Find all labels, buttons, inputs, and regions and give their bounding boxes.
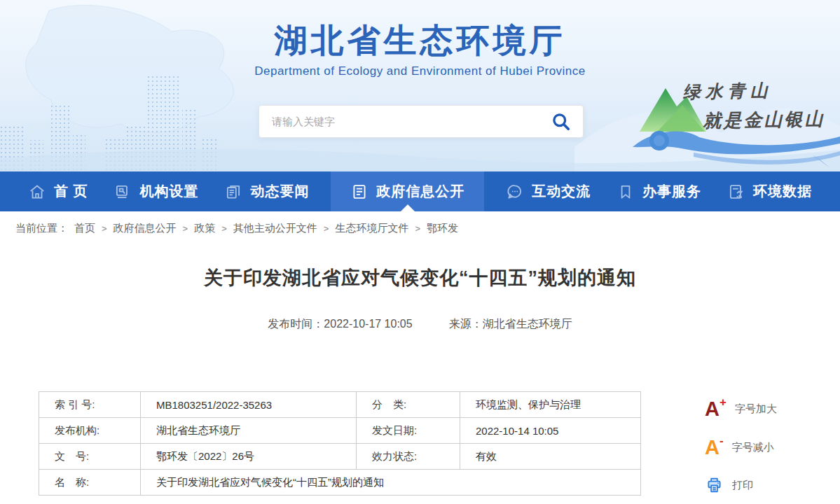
nav-label: 办事服务 bbox=[642, 182, 701, 201]
city-skyline bbox=[0, 76, 219, 172]
breadcrumb-item-government-info[interactable]: 政府信息公开 bbox=[113, 222, 177, 235]
tools-sidebar: A+ 字号加大 A- 字号减小 打印 bbox=[705, 399, 824, 504]
font-decrease-label: 字号减小 bbox=[732, 441, 774, 454]
slogan-line2: 就是金山银山 bbox=[703, 106, 840, 133]
breadcrumb-item-ehuanfa[interactable]: 鄂环发 bbox=[427, 222, 458, 235]
breadcrumb-separator: > bbox=[324, 223, 329, 234]
title-label: 名 称: bbox=[39, 470, 141, 496]
nav-label: 首 页 bbox=[54, 182, 88, 201]
publish-time-value: 2022-10-17 10:05 bbox=[324, 318, 412, 330]
font-increase-label: 字号加大 bbox=[735, 402, 777, 416]
table-row: 名 称: 关于印发湖北省应对气候变化“十四五”规划的通知 bbox=[39, 470, 641, 496]
validity-label: 效力状态: bbox=[357, 444, 460, 470]
site-title: 湖北省生态环境厅 bbox=[0, 23, 840, 59]
nav-label: 政府信息公开 bbox=[376, 182, 464, 201]
bookmark-icon bbox=[617, 183, 635, 201]
document-number-label: 文 号: bbox=[39, 444, 141, 470]
main-nav: 首 页 机构设置 动态要闻 政府信息公开 bbox=[0, 172, 840, 211]
nav-item-organization[interactable]: 机构设置 bbox=[109, 172, 202, 211]
font-increase-icon: A+ bbox=[705, 399, 727, 419]
font-decrease-button[interactable]: A- 字号减小 bbox=[705, 438, 824, 458]
nav-item-government-info[interactable]: 政府信息公开 bbox=[331, 172, 484, 211]
breadcrumb-prefix: 当前位置： bbox=[15, 222, 68, 235]
search-button[interactable] bbox=[549, 110, 573, 134]
slogan-line1: 绿水青山 bbox=[682, 78, 840, 104]
info-document-icon bbox=[350, 183, 369, 201]
table-row: 索 引 号: MB1803251/2022-35263 分 类: 环境监测、保护… bbox=[39, 392, 641, 418]
font-increase-button[interactable]: A+ 字号加大 bbox=[705, 399, 824, 419]
table-row: 文 号: 鄂环发〔2022〕26号 效力状态: 有效 bbox=[39, 444, 641, 470]
home-icon bbox=[28, 183, 46, 201]
breadcrumb-item-home[interactable]: 首页 bbox=[74, 222, 95, 235]
title-value: 关于印发湖北省应对气候变化“十四五”规划的通知 bbox=[141, 470, 641, 496]
index-number-value: MB1803251/2022-35263 bbox=[141, 392, 357, 418]
active-tab-arrow bbox=[401, 204, 415, 211]
category-value: 环境监测、保护与治理 bbox=[460, 392, 641, 418]
print-button[interactable]: 打印 bbox=[705, 476, 824, 494]
breadcrumb-separator: > bbox=[102, 223, 107, 234]
nav-item-news[interactable]: 动态要闻 bbox=[220, 172, 313, 211]
breadcrumb: 当前位置： 首页 > 政府信息公开 > 政策 > 其他主动公开文件 > 生态环境… bbox=[0, 211, 840, 242]
breadcrumb-item-policy[interactable]: 政策 bbox=[194, 222, 215, 235]
article-meta: 发布时间：2022-10-17 10:05来源：湖北省生态环境厅 bbox=[0, 317, 840, 332]
breadcrumb-separator: > bbox=[183, 223, 188, 234]
printer-icon bbox=[705, 476, 724, 494]
validity-value: 有效 bbox=[460, 444, 641, 470]
article-title: 关于印发湖北省应对气候变化“十四五”规划的通知 bbox=[0, 265, 840, 290]
search-icon bbox=[551, 111, 572, 132]
nav-label: 机构设置 bbox=[139, 182, 198, 201]
breadcrumb-separator: > bbox=[415, 223, 420, 234]
nav-label: 互动交流 bbox=[532, 182, 591, 201]
brand-block: 湖北省生态环境厅 Department of Ecology and Envir… bbox=[0, 23, 840, 78]
issuing-agency-label: 发布机构: bbox=[39, 418, 141, 444]
font-decrease-icon: A- bbox=[705, 438, 724, 458]
chat-bubble-icon bbox=[506, 183, 524, 201]
search-input[interactable] bbox=[272, 115, 549, 127]
category-label: 分 类: bbox=[357, 392, 460, 418]
table-row: 发布机构: 湖北省生态环境厅 发文日期: 2022-10-14 10:05 bbox=[39, 418, 641, 444]
source-label: 来源： bbox=[449, 317, 483, 332]
publish-time-label: 发布时间： bbox=[268, 317, 324, 332]
nav-label: 动态要闻 bbox=[250, 182, 309, 201]
news-icon bbox=[224, 183, 242, 201]
document-number-value: 鄂环发〔2022〕26号 bbox=[141, 444, 357, 470]
breadcrumb-item-other-public-files[interactable]: 其他主动公开文件 bbox=[233, 222, 317, 235]
nav-item-services[interactable]: 办事服务 bbox=[612, 172, 705, 211]
index-number-label: 索 引 号: bbox=[39, 392, 141, 418]
site-header: 湖北省生态环境厅 Department of Ecology and Envir… bbox=[0, 0, 840, 172]
nav-label: 环境数据 bbox=[753, 182, 812, 201]
issue-date-label: 发文日期: bbox=[357, 418, 460, 444]
data-chart-icon bbox=[727, 183, 745, 201]
issuing-agency-value: 湖北省生态环境厅 bbox=[141, 418, 357, 444]
nav-item-interaction[interactable]: 互动交流 bbox=[502, 172, 595, 211]
source-value: 湖北省生态环境厅 bbox=[483, 317, 572, 332]
nav-item-environment-data[interactable]: 环境数据 bbox=[723, 172, 816, 211]
document-meta-table: 索 引 号: MB1803251/2022-35263 分 类: 环境监测、保护… bbox=[39, 391, 641, 496]
blue-wave-swoosh bbox=[633, 132, 840, 168]
slogan: 绿水青山 就是金山银山 bbox=[682, 78, 840, 134]
breadcrumb-separator: > bbox=[221, 223, 227, 234]
breadcrumb-item-department-files[interactable]: 生态环境厅文件 bbox=[335, 222, 408, 235]
issue-date-value: 2022-10-14 10:05 bbox=[460, 418, 641, 444]
bottom-wave-band bbox=[0, 149, 840, 172]
nav-item-home[interactable]: 首 页 bbox=[24, 172, 92, 211]
site-subtitle: Department of Ecology and Environment of… bbox=[0, 64, 840, 78]
print-label: 打印 bbox=[732, 479, 753, 492]
organization-icon bbox=[113, 183, 132, 201]
search-box bbox=[259, 105, 584, 138]
